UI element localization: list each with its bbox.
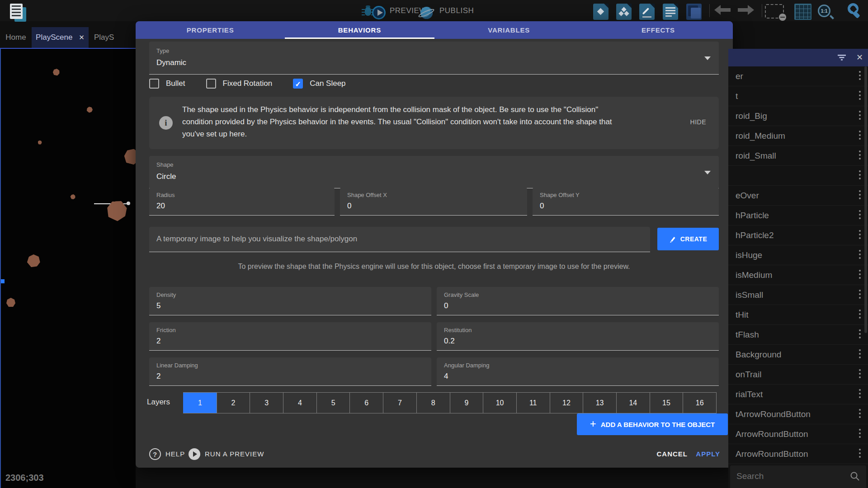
row-menu-icon[interactable] (859, 131, 861, 140)
objects-groups-icon[interactable] (616, 4, 632, 20)
row-menu-icon[interactable] (859, 210, 861, 219)
object-list-item[interactable]: hParticle2 (728, 225, 868, 245)
checkbox-fixed-rotation[interactable]: Fixed Rotation (206, 79, 273, 89)
row-menu-icon[interactable] (859, 290, 861, 299)
object-list-item[interactable]: t (728, 86, 868, 106)
field-friction[interactable]: Friction2 (149, 322, 431, 351)
layer-button-7[interactable]: 7 (383, 393, 416, 413)
row-menu-icon[interactable] (859, 111, 861, 120)
layer-button-15[interactable]: 15 (650, 393, 683, 413)
object-list-item[interactable]: ArrowRoundButton (728, 424, 868, 444)
row-menu-icon[interactable] (859, 310, 861, 319)
row-menu-icon[interactable] (859, 150, 861, 160)
layer-button-1[interactable]: 1 (183, 393, 217, 413)
project-manager-icon[interactable] (6, 2, 26, 23)
object-list-item[interactable]: isSmall (728, 285, 868, 305)
object-list-item[interactable]: isHuge (728, 245, 868, 265)
layer-button-2[interactable]: 2 (217, 393, 250, 413)
scene-objects-icon[interactable] (593, 4, 609, 20)
capture-selection-icon[interactable] (765, 4, 784, 19)
publish-planet-icon[interactable] (420, 7, 433, 19)
asteroid-object[interactable] (70, 193, 76, 200)
cancel-button[interactable]: CANCEL (657, 444, 688, 464)
layers-panel-icon[interactable] (686, 4, 702, 20)
layer-button-14[interactable]: 14 (616, 393, 650, 413)
zoom-one-to-one-icon[interactable]: 1:1 (816, 4, 835, 21)
layer-button-11[interactable]: 11 (516, 393, 550, 413)
asteroid-object[interactable] (52, 68, 60, 75)
object-list-item[interactable]: tFlash (728, 325, 868, 345)
object-list-item[interactable]: roid_Medium (728, 126, 868, 146)
field-angular-damping[interactable]: Angular Damping4 (437, 357, 719, 386)
object-list-item[interactable]: roid_Big (728, 106, 868, 126)
object-list-item[interactable]: rialText (728, 385, 868, 404)
row-menu-icon[interactable] (859, 91, 861, 100)
field-linear-damping[interactable]: Linear Damping2 (149, 357, 431, 386)
row-menu-icon[interactable] (859, 250, 861, 259)
layer-button-9[interactable]: 9 (450, 393, 483, 413)
close-tab-icon[interactable]: ✕ (79, 27, 85, 48)
dialog-tab-effects[interactable]: EFFECTS (584, 21, 733, 39)
row-menu-icon[interactable] (859, 71, 861, 80)
field-shape-offset-x[interactable]: Shape Offset X0 (340, 188, 527, 216)
dialog-tab-properties[interactable]: PROPERTIES (136, 21, 285, 39)
layer-button-10[interactable]: 10 (483, 393, 516, 413)
object-list-item[interactable]: er (728, 66, 868, 86)
shape-dropdown[interactable]: Shape Circle (149, 156, 719, 188)
panel-scrollbar[interactable] (864, 66, 867, 333)
row-menu-icon[interactable] (859, 329, 861, 338)
dialog-tab-behaviors[interactable]: BEHAVIORS (285, 21, 434, 39)
asteroid-object[interactable] (38, 141, 42, 145)
object-list-item[interactable]: roid_Small (728, 146, 868, 166)
row-menu-icon[interactable] (859, 170, 861, 179)
add-behavior-button[interactable]: + ADD A BEHAVIOR TO THE OBJECT (577, 413, 728, 435)
asteroid-object[interactable] (85, 105, 94, 113)
undo-icon[interactable] (713, 4, 731, 18)
row-menu-icon[interactable] (859, 409, 861, 418)
layer-button-13[interactable]: 13 (583, 393, 616, 413)
object-list-item[interactable]: isMedium (728, 265, 868, 285)
layer-button-8[interactable]: 8 (416, 393, 450, 413)
layer-button-6[interactable]: 6 (349, 393, 383, 413)
edit-properties-icon[interactable] (639, 4, 655, 20)
asteroid-object[interactable] (25, 252, 42, 269)
layer-button-4[interactable]: 4 (283, 393, 316, 413)
apply-button[interactable]: APPLY (696, 444, 720, 464)
field-shape-offset-y[interactable]: Shape Offset Y0 (533, 188, 719, 216)
row-menu-icon[interactable] (859, 230, 861, 239)
grid-icon[interactable] (794, 4, 811, 20)
scene-canvas[interactable]: 2306;303 (0, 48, 136, 488)
object-list-item[interactable]: onTrail (728, 365, 868, 385)
dialog-tab-variables[interactable]: VARIABLES (434, 21, 584, 39)
asteroid-object[interactable] (6, 298, 15, 307)
search-input[interactable]: Search (730, 465, 866, 488)
hide-button[interactable]: HIDE (690, 118, 706, 126)
tab-home[interactable]: Home (0, 27, 32, 48)
layer-button-12[interactable]: 12 (550, 393, 583, 413)
layer-button-3[interactable]: 3 (250, 393, 283, 413)
row-menu-icon[interactable] (859, 369, 861, 378)
asteroid-object[interactable] (123, 147, 136, 166)
row-menu-icon[interactable] (859, 349, 861, 358)
layer-button-16[interactable]: 16 (683, 393, 716, 413)
publish-button[interactable]: PUBLISH (439, 0, 474, 21)
object-list-item[interactable] (728, 166, 868, 186)
field-gravity-scale[interactable]: Gravity Scale0 (437, 287, 719, 315)
create-button[interactable]: CREATE (657, 228, 719, 250)
physics-radius-handle[interactable] (127, 202, 130, 205)
row-menu-icon[interactable] (859, 389, 861, 398)
help-button[interactable]: ? HELP (149, 444, 185, 464)
object-list-item[interactable]: tArrowRoundButton (728, 404, 868, 424)
asteroid-object[interactable] (104, 197, 130, 223)
field-restitution[interactable]: Restitution0.2 (437, 322, 719, 351)
row-menu-icon[interactable] (859, 429, 861, 438)
type-dropdown[interactable]: Type Dynamic (149, 42, 719, 75)
row-menu-icon[interactable] (859, 270, 861, 279)
layer-button-5[interactable]: 5 (316, 393, 350, 413)
close-panel-icon[interactable]: ✕ (856, 52, 863, 62)
object-list-item[interactable]: Background (728, 345, 868, 365)
checkbox-can-sleep[interactable]: ✓Can Sleep (293, 79, 345, 89)
tab-playscene-2[interactable]: PlayS (89, 27, 136, 48)
preview-play-icon[interactable] (372, 6, 386, 19)
redo-icon[interactable] (737, 4, 755, 18)
